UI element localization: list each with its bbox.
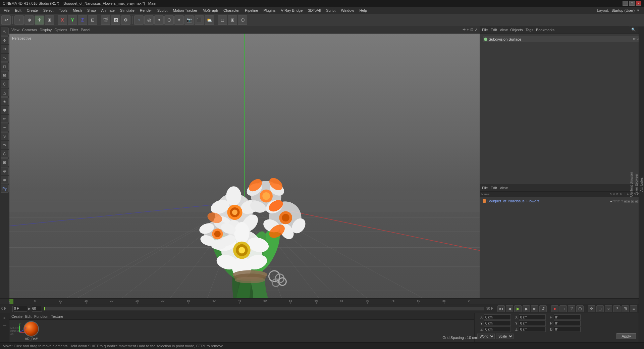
menu-motiontracker[interactable]: Motion Tracker <box>170 8 200 13</box>
render-btn[interactable]: 🖼 <box>111 15 120 25</box>
p-mode-btn[interactable]: P <box>613 305 621 312</box>
vp-menu-filter[interactable]: Filter <box>70 28 78 32</box>
rp-bookmarks[interactable]: Bookmarks <box>536 28 554 32</box>
tool-6[interactable]: ⬢ <box>1 106 9 114</box>
new-object-button[interactable]: + <box>14 15 24 25</box>
coord-y-rot[interactable] <box>554 320 581 326</box>
menu-script[interactable]: Script <box>324 8 338 13</box>
tool-c[interactable]: ⊕ <box>1 176 9 184</box>
menu-select[interactable]: Select <box>41 8 56 13</box>
key-mode-btn[interactable]: ✛ <box>588 305 595 312</box>
pos-mode-btn[interactable]: ◻ <box>596 305 604 312</box>
goto-start-btn[interactable]: ⏮ <box>497 305 505 312</box>
vp-menu-cameras[interactable]: Cameras <box>22 28 37 32</box>
menu-3dtoall[interactable]: 3DToAll <box>306 8 323 13</box>
goto-end-btn[interactable]: ⏭ <box>531 305 538 312</box>
tool-move[interactable]: ✛ <box>1 36 9 44</box>
coord-y-size[interactable] <box>519 320 546 326</box>
tool-curve[interactable]: 〜 <box>1 123 9 132</box>
vp-menu-view[interactable]: View <box>11 28 19 32</box>
render-settings-btn[interactable]: ⚙ <box>121 15 130 25</box>
menu-simulate[interactable]: Simulate <box>118 8 137 13</box>
menu-plugins[interactable]: Plugins <box>261 8 278 13</box>
menu-edit[interactable]: Edit <box>13 8 24 13</box>
minimize-button[interactable]: _ <box>623 1 628 6</box>
menu-window[interactable]: Window <box>338 8 356 13</box>
tool-pen[interactable]: ✏ <box>1 115 9 123</box>
coord-x-rot[interactable] <box>554 314 581 320</box>
parent-button[interactable]: ⊕ <box>24 15 34 25</box>
coord-mode-btn[interactable]: ⊡ <box>88 15 97 25</box>
rot-mode-btn[interactable]: ○ <box>605 305 612 312</box>
obj-icon-ref[interactable]: □ <box>615 199 618 203</box>
tool-1[interactable]: ◻ <box>1 62 9 70</box>
scene-btn[interactable]: ⛅ <box>205 15 214 25</box>
menu-vraybridge[interactable]: V-Ray Bridge <box>279 8 305 13</box>
vtab-content-browser[interactable]: Content Browser <box>629 26 634 342</box>
rb-view[interactable]: View <box>500 186 508 190</box>
vp-icon-move[interactable]: ✛ <box>463 28 466 32</box>
obj-icon-visible[interactable]: ● <box>610 199 612 203</box>
tool-a[interactable]: ⊞ <box>1 158 9 166</box>
motion-btn[interactable]: ⬡ <box>576 305 584 312</box>
rp-tags[interactable]: Tags <box>526 28 533 32</box>
y-axis-btn[interactable]: Y <box>68 15 77 25</box>
deform-btn[interactable]: ⬡ <box>164 15 174 25</box>
rp-view[interactable]: View <box>500 28 508 32</box>
camera-btn[interactable]: 📷 <box>184 15 194 25</box>
tool-scale[interactable]: ⤡ <box>1 54 9 62</box>
mat-create[interactable]: Create <box>11 314 22 318</box>
viewport-3d[interactable]: Perspective Grid Spacing : 10 cm X Y Z <box>9 34 480 342</box>
tool-paint[interactable]: ⬡ <box>1 150 9 158</box>
vp-icon-fit[interactable]: ⊡ <box>470 28 473 32</box>
tool-3[interactable]: ⬡ <box>1 80 9 88</box>
menu-sculpt[interactable]: Sculpt <box>155 8 170 13</box>
tool-4[interactable]: △ <box>1 89 9 97</box>
scale-mode-select[interactable]: Scale <box>496 334 514 339</box>
menu-render[interactable]: Render <box>138 8 154 13</box>
timeline-track[interactable] <box>44 307 484 310</box>
vtab-attributes[interactable]: Attributes <box>639 26 644 342</box>
move-button[interactable]: ✛ <box>35 15 44 25</box>
rb-edit[interactable]: Edit <box>491 186 497 190</box>
tool-5[interactable]: ◈ <box>1 97 9 105</box>
mat-texture[interactable]: Texture <box>51 314 63 318</box>
coord-z-pos[interactable] <box>484 327 511 332</box>
render-preview-btn[interactable]: 🎬 <box>101 15 110 25</box>
auto-btn[interactable]: □ <box>559 305 567 312</box>
menu-snap[interactable]: Snap <box>85 8 98 13</box>
rb-file[interactable]: File <box>482 186 488 190</box>
maximize-button[interactable]: □ <box>629 1 635 6</box>
menu-tools[interactable]: Tools <box>56 8 70 13</box>
object-item-bouquet[interactable]: Bouquet_of_Narcissus_Flowers ● □ □ □ □ ▣… <box>481 198 643 204</box>
menu-character[interactable]: Character <box>221 8 242 13</box>
coord-x-pos[interactable] <box>484 314 511 320</box>
x-axis-btn[interactable]: X <box>58 15 67 25</box>
mat-function[interactable]: Function <box>34 314 48 318</box>
vtab-layer-browser[interactable]: Layer Browser <box>634 26 639 342</box>
rp-edit[interactable]: Edit <box>491 28 497 32</box>
rp-objects[interactable]: Objects <box>510 28 523 32</box>
menu-mograph[interactable]: MoGraph <box>200 8 220 13</box>
prev-frame-btn[interactable]: ◀ <box>506 305 513 312</box>
record-btn[interactable]: ● <box>551 305 558 312</box>
frame-input[interactable] <box>14 306 27 312</box>
tool-b[interactable]: ⊗ <box>1 167 9 175</box>
grid-mode2-btn[interactable]: ⊞ <box>622 305 629 312</box>
undo-button[interactable]: ↩ <box>1 15 11 25</box>
obj-icon-m[interactable]: □ <box>618 199 620 203</box>
menu-mesh[interactable]: Mesh <box>70 8 84 13</box>
scale-button[interactable]: ⊞ <box>45 15 54 25</box>
play-btn[interactable]: ▶ <box>514 305 522 312</box>
light-btn[interactable]: ☀ <box>174 15 184 25</box>
polygon-btn[interactable]: ◎ <box>144 15 154 25</box>
rp-file[interactable]: File <box>482 28 488 32</box>
grid-mode-btn[interactable]: ⊞ <box>228 15 237 25</box>
obj-icon-a1[interactable]: ▣ <box>624 199 627 203</box>
subdivision-surface-item[interactable]: Subdivision Surface ✏ ✓ <box>483 36 641 42</box>
menu-file[interactable]: File <box>1 8 12 13</box>
menu-help[interactable]: Help <box>357 8 370 13</box>
help-btn[interactable]: ? <box>568 305 575 312</box>
vp-icon-zoom[interactable]: + <box>467 28 469 32</box>
vp-menu-options[interactable]: Options <box>54 28 67 32</box>
